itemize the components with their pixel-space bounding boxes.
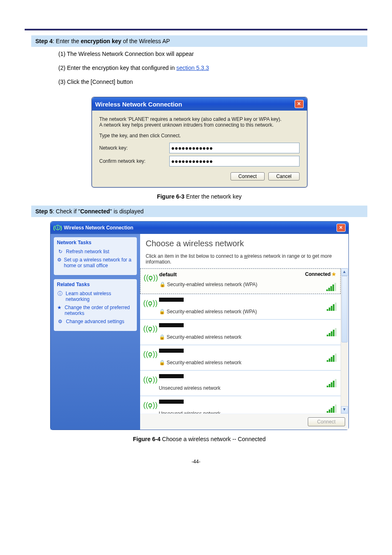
page-number: -44- <box>0 459 392 465</box>
network-ssid-redacted <box>159 400 184 404</box>
cancel-button[interactable]: Cancel <box>268 172 299 180</box>
connected-label: Connected ★ <box>305 271 336 277</box>
network-security: 🔒Security-enabled wireless network (WPA) <box>159 282 302 287</box>
dialog1-titlebar[interactable]: Wireless Network Connection × <box>92 97 307 111</box>
sidebar-link[interactable]: ↻Refresh network list <box>57 249 134 254</box>
link-icon: ↻ <box>57 249 64 254</box>
close-icon[interactable]: × <box>295 100 304 108</box>
network-security: Unsecured wireless network <box>159 385 323 391</box>
panel-title-related-tasks: Related Tasks <box>57 282 134 287</box>
scroll-down-icon[interactable]: ▼ <box>341 406 348 414</box>
figure-6-3-caption: Figure 6-3 Enter the network key <box>31 193 367 200</box>
link-icon: ⓘ <box>57 291 63 296</box>
label-network-key: Network key: <box>99 145 169 151</box>
page-top-rule <box>25 0 367 30</box>
input-confirm-key[interactable] <box>169 156 300 166</box>
star-icon: ★ <box>332 271 336 277</box>
label-confirm-key: Confirm network key: <box>99 158 169 164</box>
signal-strength-icon <box>327 380 337 387</box>
sidebar-link[interactable]: ★Change the order of preferred networks <box>57 305 134 316</box>
signal-strength-icon <box>327 405 337 413</box>
link-icon: ⚙ <box>57 319 64 324</box>
scrollbar[interactable]: ▲ ▼ <box>341 268 348 414</box>
step5-header: Step 5: Check if "Connected" is displaye… <box>31 206 367 217</box>
sidebar-link[interactable]: ⚙Set up a wireless network for a home or… <box>57 257 134 268</box>
scroll-up-icon[interactable]: ▲ <box>341 268 348 276</box>
dialog-network-key: Wireless Network Connection × The networ… <box>92 97 307 187</box>
network-row[interactable]: ((ǫ))🔒Security-enabled wireless network … <box>140 294 341 319</box>
sidebar: Network Tasks ↻Refresh network list⚙Set … <box>51 234 140 430</box>
lock-icon: 🔒 <box>159 360 165 365</box>
network-list: ((ǫ))default🔒Security-enabled wireless n… <box>140 268 348 414</box>
panel-related-tasks: Related Tasks ⓘLearn about wireless netw… <box>54 279 137 331</box>
link-section-533[interactable]: section 5.3.3 <box>176 65 209 71</box>
step4-label: Step 4 <box>35 38 53 44</box>
wireless-icon: ((ǫ)) <box>143 297 156 308</box>
network-row[interactable]: ((ǫ))🔒Security-enabled wireless network <box>140 319 341 345</box>
lock-icon: 🔒 <box>159 334 165 340</box>
signal-strength-icon <box>326 284 336 291</box>
dialog1-title: Wireless Network Connection <box>95 101 182 108</box>
wireless-icon: ((ǫ)) <box>144 271 156 282</box>
connect-button[interactable]: Connect <box>231 172 265 180</box>
input-network-key[interactable] <box>169 143 300 153</box>
dialog2-titlebar[interactable]: (ⓘ)Wireless Network Connection × <box>51 222 348 234</box>
network-ssid-redacted <box>159 323 184 327</box>
lock-icon: 🔒 <box>159 309 165 314</box>
panel-title-network-tasks: Network Tasks <box>57 240 134 245</box>
dialog2-title: Wireless Network Connection <box>64 225 133 231</box>
network-security: 🔒Security-enabled wireless network <box>159 360 323 365</box>
mainpane-subtext: Click an item in the list below to conne… <box>140 249 348 268</box>
scroll-thumb[interactable] <box>341 276 348 342</box>
network-security: 🔒Security-enabled wireless network (WPA) <box>159 309 323 314</box>
signal-strength-icon <box>327 329 337 336</box>
antenna-icon: (ⓘ) <box>53 224 62 231</box>
figure-6-4-caption: Figure 6-4 Choose a wireless network -- … <box>31 436 367 442</box>
close-icon[interactable]: × <box>337 224 346 232</box>
wireless-icon: ((ǫ)) <box>143 373 156 384</box>
network-ssid-redacted <box>159 374 184 378</box>
network-row[interactable]: ((ǫ))🔒Security-enabled wireless network <box>140 345 341 370</box>
step4-header: Step 4: Enter the encryption key of the … <box>31 35 367 47</box>
signal-strength-icon <box>327 303 337 311</box>
signal-strength-icon <box>327 354 337 362</box>
network-ssid: default <box>159 271 302 278</box>
network-row[interactable]: ((ǫ))default🔒Security-enabled wireless n… <box>140 268 341 294</box>
mainpane-heading: Choose a wireless network <box>140 234 348 249</box>
network-row[interactable]: ((ǫ))Unsecured wireless network <box>140 396 341 414</box>
network-security: Unsecured wireless network <box>159 411 323 414</box>
network-row[interactable]: ((ǫ))Unsecured wireless network <box>140 370 341 396</box>
dialog1-msg1: The network 'PLANET' requires a network … <box>99 116 300 122</box>
network-security: 🔒Security-enabled wireless network <box>159 334 323 340</box>
connect-button-disabled: Connect <box>308 417 345 426</box>
dialog-choose-network: (ⓘ)Wireless Network Connection × Network… <box>50 221 349 430</box>
instruction-item: (2) Enter the encryption key that config… <box>31 61 367 75</box>
panel-network-tasks: Network Tasks ↻Refresh network list⚙Set … <box>54 237 137 275</box>
link-icon: ★ <box>57 305 62 310</box>
sidebar-link[interactable]: ⚙Change advanced settings <box>57 319 134 324</box>
wireless-icon: ((ǫ)) <box>143 399 156 409</box>
lock-icon: 🔒 <box>159 282 166 287</box>
instruction-item: (3) Click the [Connect] button <box>31 75 367 89</box>
network-ssid-redacted <box>159 349 184 353</box>
dialog1-msg2: A network key helps prevent unknown intr… <box>99 122 300 128</box>
dialog1-msg3: Type the key, and then click Connect. <box>99 133 300 139</box>
wireless-icon: ((ǫ)) <box>143 348 156 358</box>
link-icon: ⚙ <box>57 257 62 263</box>
sidebar-link[interactable]: ⓘLearn about wireless networking <box>57 291 134 302</box>
network-ssid-redacted <box>159 298 184 302</box>
instruction-item: (1) The Wireless Network Connection box … <box>31 47 367 61</box>
wireless-icon: ((ǫ)) <box>143 322 156 333</box>
